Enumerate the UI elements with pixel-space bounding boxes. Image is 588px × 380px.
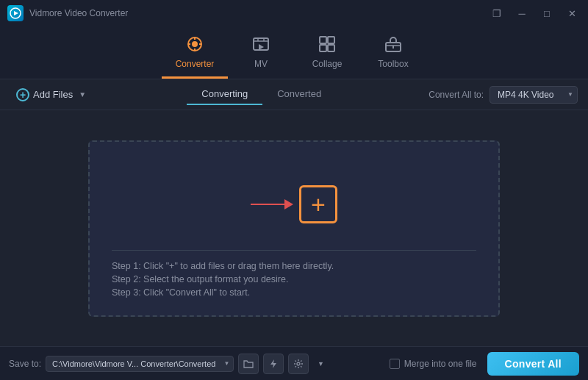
toolbox-icon <box>384 35 402 56</box>
tab-collage[interactable]: Collage <box>294 29 360 79</box>
bottom-icons: ▼ <box>238 354 328 374</box>
tab-converter[interactable]: Converter <box>162 29 228 79</box>
bottom-right: Merge into one file Convert All <box>390 352 579 376</box>
bottom-left: Save to: C:\Vidmore\Vidmore V... Convert… <box>9 354 328 374</box>
mv-icon <box>252 35 270 56</box>
status-tabs: Converting Converted <box>187 84 336 105</box>
arrow-right-icon <box>251 199 293 209</box>
drop-zone[interactable]: + Step 1: Click "+" to add files or drag… <box>88 140 500 317</box>
restore-button[interactable]: ❐ <box>487 5 507 21</box>
svg-rect-13 <box>328 45 334 51</box>
merge-checkbox[interactable] <box>390 359 400 369</box>
converter-icon <box>186 35 204 56</box>
main-content: + Step 1: Click "+" to add files or drag… <box>0 110 588 346</box>
title-bar-left: Vidmore Video Converter <box>7 5 128 21</box>
merge-label[interactable]: Merge into one file <box>390 359 477 369</box>
app-logo <box>7 5 24 21</box>
title-bar-controls: ❐ ─ □ ✕ <box>487 5 582 21</box>
settings-icon-button[interactable] <box>288 354 309 374</box>
save-path-wrapper: C:\Vidmore\Vidmore V... Converter\Conver… <box>46 356 234 372</box>
drop-zone-visual: + <box>251 159 337 250</box>
sub-toolbar-right: Convert All to: MP4 4K Video <box>429 86 578 104</box>
tab-converter-label: Converter <box>176 59 215 69</box>
svg-rect-10 <box>320 37 326 43</box>
tab-converted[interactable]: Converted <box>262 84 336 105</box>
format-select-wrapper: MP4 4K Video <box>490 86 578 104</box>
drop-zone-plus-icon: + <box>299 185 337 223</box>
add-files-button[interactable]: + Add Files ▼ <box>10 85 94 104</box>
flash-icon-button[interactable] <box>263 354 284 374</box>
convert-all-to-label: Convert All to: <box>429 90 484 100</box>
arrow-plus: + <box>251 185 337 223</box>
add-files-plus-icon: + <box>16 88 29 101</box>
nav-bar: Converter MV Collage <box>0 26 588 79</box>
app-title: Vidmore Video Converter <box>29 8 128 18</box>
folder-icon-button[interactable] <box>238 354 259 374</box>
tab-converting[interactable]: Converting <box>187 84 262 105</box>
title-bar: Vidmore Video Converter ❐ ─ □ ✕ <box>0 0 588 26</box>
svg-rect-12 <box>320 45 326 51</box>
add-files-label: Add Files <box>33 89 73 100</box>
maximize-button[interactable]: □ <box>537 5 557 21</box>
save-path-input[interactable]: C:\Vidmore\Vidmore V... Converter\Conver… <box>46 356 234 372</box>
save-to-label: Save to: <box>9 359 41 369</box>
svg-rect-11 <box>328 37 334 43</box>
close-button[interactable]: ✕ <box>562 5 582 21</box>
svg-marker-17 <box>270 359 276 368</box>
svg-marker-9 <box>259 44 264 50</box>
step-2-text: Step 2: Select the output format you des… <box>112 274 476 284</box>
step-3-text: Step 3: Click "Convert All" to start. <box>112 287 476 298</box>
collage-icon <box>318 35 336 56</box>
svg-point-18 <box>297 362 300 365</box>
tab-collage-label: Collage <box>312 59 343 69</box>
convert-all-button[interactable]: Convert All <box>487 352 579 376</box>
minimize-button[interactable]: ─ <box>512 5 532 21</box>
settings-dropdown-button[interactable]: ▼ <box>313 354 328 374</box>
add-files-dropdown-arrow[interactable]: ▼ <box>76 89 88 101</box>
svg-point-3 <box>192 41 198 47</box>
format-select[interactable]: MP4 4K Video <box>490 86 578 104</box>
tab-mv-label: MV <box>254 59 268 69</box>
sub-toolbar: + Add Files ▼ Converting Converted Conve… <box>0 79 588 110</box>
tab-mv[interactable]: MV <box>228 29 294 79</box>
bottom-bar: Save to: C:\Vidmore\Vidmore V... Convert… <box>0 346 588 380</box>
tab-toolbox-label: Toolbox <box>378 59 408 69</box>
drop-zone-steps: Step 1: Click "+" to add files or drag t… <box>112 250 476 298</box>
step-1-text: Step 1: Click "+" to add files or drag t… <box>112 261 476 271</box>
tab-toolbox[interactable]: Toolbox <box>360 29 426 79</box>
svg-marker-1 <box>14 11 18 15</box>
